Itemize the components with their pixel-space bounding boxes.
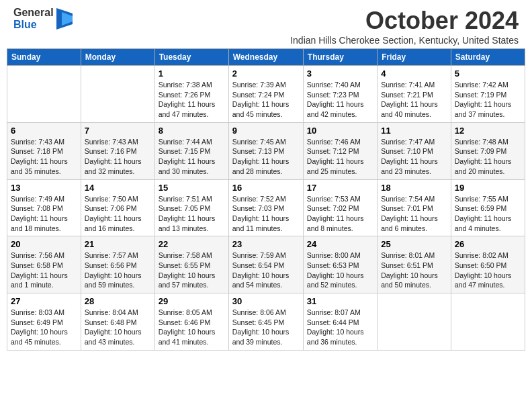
day-info: Sunrise: 7:49 AMSunset: 7:08 PMDaylight:… xyxy=(11,194,77,234)
calendar-day-cell: 24Sunrise: 8:00 AMSunset: 6:53 PMDayligh… xyxy=(303,236,377,293)
day-number: 26 xyxy=(455,239,521,249)
calendar-day-cell xyxy=(378,293,451,351)
month-title: October 2024 xyxy=(290,7,519,35)
logo: General Blue xyxy=(13,7,73,30)
calendar-header-row: SundayMondayTuesdayWednesdayThursdayFrid… xyxy=(7,49,525,66)
day-info: Sunrise: 7:58 AMSunset: 6:55 PMDaylight:… xyxy=(159,250,225,290)
calendar-day-cell: 2Sunrise: 7:39 AMSunset: 7:24 PMDaylight… xyxy=(228,66,303,123)
calendar-day-cell xyxy=(7,66,81,123)
day-info: Sunrise: 7:57 AMSunset: 6:56 PMDaylight:… xyxy=(85,250,151,290)
day-info: Sunrise: 7:45 AMSunset: 7:13 PMDaylight:… xyxy=(232,137,300,177)
calendar-week-row: 20Sunrise: 7:56 AMSunset: 6:58 PMDayligh… xyxy=(7,236,525,293)
calendar-day-cell: 23Sunrise: 7:59 AMSunset: 6:54 PMDayligh… xyxy=(228,236,303,293)
calendar-day-cell: 14Sunrise: 7:50 AMSunset: 7:06 PMDayligh… xyxy=(81,179,154,236)
calendar-day-header: Monday xyxy=(81,49,154,66)
day-info: Sunrise: 8:04 AMSunset: 6:48 PMDaylight:… xyxy=(85,308,151,347)
day-number: 6 xyxy=(11,126,77,136)
day-info: Sunrise: 7:53 AMSunset: 7:02 PMDaylight:… xyxy=(307,194,373,234)
calendar-week-row: 13Sunrise: 7:49 AMSunset: 7:08 PMDayligh… xyxy=(7,179,525,236)
logo-general-text: General xyxy=(13,7,54,19)
calendar-day-cell: 4Sunrise: 7:41 AMSunset: 7:21 PMDaylight… xyxy=(378,66,451,123)
calendar-day-cell: 17Sunrise: 7:53 AMSunset: 7:02 PMDayligh… xyxy=(303,179,377,236)
day-info: Sunrise: 7:46 AMSunset: 7:12 PMDaylight:… xyxy=(307,137,373,177)
day-number: 21 xyxy=(85,239,151,249)
day-info: Sunrise: 8:07 AMSunset: 6:44 PMDaylight:… xyxy=(307,308,373,347)
day-number: 25 xyxy=(381,239,447,249)
day-number: 8 xyxy=(159,126,225,136)
calendar-day-cell: 9Sunrise: 7:45 AMSunset: 7:13 PMDaylight… xyxy=(228,122,303,179)
day-number: 16 xyxy=(232,183,300,193)
day-info: Sunrise: 7:43 AMSunset: 7:16 PMDaylight:… xyxy=(85,137,151,177)
calendar-day-cell: 7Sunrise: 7:43 AMSunset: 7:16 PMDaylight… xyxy=(81,122,154,179)
day-info: Sunrise: 8:06 AMSunset: 6:45 PMDaylight:… xyxy=(232,308,300,347)
calendar-day-header: Tuesday xyxy=(154,49,228,66)
day-number: 7 xyxy=(85,126,151,136)
day-info: Sunrise: 7:43 AMSunset: 7:18 PMDaylight:… xyxy=(11,137,77,177)
day-info: Sunrise: 7:54 AMSunset: 7:01 PMDaylight:… xyxy=(381,194,447,234)
day-info: Sunrise: 7:48 AMSunset: 7:09 PMDaylight:… xyxy=(455,137,521,177)
calendar-day-cell: 19Sunrise: 7:55 AMSunset: 6:59 PMDayligh… xyxy=(451,179,525,236)
day-number: 19 xyxy=(455,183,521,193)
day-number: 5 xyxy=(455,68,521,79)
day-number: 15 xyxy=(159,183,225,193)
day-number: 30 xyxy=(232,296,300,306)
day-info: Sunrise: 7:44 AMSunset: 7:15 PMDaylight:… xyxy=(159,137,225,177)
calendar-day-cell: 8Sunrise: 7:44 AMSunset: 7:15 PMDaylight… xyxy=(154,122,228,179)
calendar-day-cell: 6Sunrise: 7:43 AMSunset: 7:18 PMDaylight… xyxy=(7,122,81,179)
day-info: Sunrise: 7:40 AMSunset: 7:23 PMDaylight:… xyxy=(307,80,373,120)
day-number: 11 xyxy=(381,126,447,136)
location-title: Indian Hills Cherokee Section, Kentucky,… xyxy=(290,35,519,46)
day-number: 13 xyxy=(11,183,77,193)
day-number: 2 xyxy=(232,68,300,79)
day-info: Sunrise: 7:50 AMSunset: 7:06 PMDaylight:… xyxy=(85,194,151,234)
day-number: 28 xyxy=(85,296,151,306)
day-info: Sunrise: 8:05 AMSunset: 6:46 PMDaylight:… xyxy=(159,308,225,347)
day-info: Sunrise: 7:42 AMSunset: 7:19 PMDaylight:… xyxy=(455,80,521,120)
day-number: 3 xyxy=(307,68,373,79)
calendar-day-cell: 11Sunrise: 7:47 AMSunset: 7:10 PMDayligh… xyxy=(378,122,451,179)
day-info: Sunrise: 7:56 AMSunset: 6:58 PMDaylight:… xyxy=(11,250,77,290)
day-number: 24 xyxy=(307,239,373,249)
day-number: 10 xyxy=(307,126,373,136)
calendar-day-header: Friday xyxy=(378,49,451,66)
calendar-day-cell: 25Sunrise: 8:01 AMSunset: 6:51 PMDayligh… xyxy=(378,236,451,293)
day-info: Sunrise: 7:38 AMSunset: 7:26 PMDaylight:… xyxy=(159,80,225,120)
day-number: 1 xyxy=(159,68,225,79)
calendar-day-cell: 15Sunrise: 7:51 AMSunset: 7:05 PMDayligh… xyxy=(154,179,228,236)
calendar-day-header: Wednesday xyxy=(228,49,303,66)
day-number: 9 xyxy=(232,126,300,136)
title-block: October 2024 Indian Hills Cherokee Secti… xyxy=(290,7,519,46)
calendar-day-header: Sunday xyxy=(7,49,81,66)
calendar-day-cell: 12Sunrise: 7:48 AMSunset: 7:09 PMDayligh… xyxy=(451,122,525,179)
day-number: 4 xyxy=(381,68,447,79)
calendar-day-cell: 5Sunrise: 7:42 AMSunset: 7:19 PMDaylight… xyxy=(451,66,525,123)
calendar-day-header: Thursday xyxy=(303,49,377,66)
day-info: Sunrise: 7:55 AMSunset: 6:59 PMDaylight:… xyxy=(455,194,521,234)
day-number: 22 xyxy=(159,239,225,249)
day-info: Sunrise: 8:03 AMSunset: 6:49 PMDaylight:… xyxy=(11,308,77,347)
page-header: General Blue October 2024 Indian Hills C… xyxy=(7,7,525,46)
day-info: Sunrise: 7:39 AMSunset: 7:24 PMDaylight:… xyxy=(232,80,300,120)
day-number: 31 xyxy=(307,296,373,306)
day-number: 20 xyxy=(11,239,77,249)
calendar-week-row: 27Sunrise: 8:03 AMSunset: 6:49 PMDayligh… xyxy=(7,293,525,351)
day-info: Sunrise: 7:41 AMSunset: 7:21 PMDaylight:… xyxy=(381,80,447,120)
logo-icon xyxy=(56,8,73,30)
calendar-day-cell: 21Sunrise: 7:57 AMSunset: 6:56 PMDayligh… xyxy=(81,236,154,293)
day-number: 14 xyxy=(85,183,151,193)
calendar-day-cell: 18Sunrise: 7:54 AMSunset: 7:01 PMDayligh… xyxy=(378,179,451,236)
calendar-week-row: 6Sunrise: 7:43 AMSunset: 7:18 PMDaylight… xyxy=(7,122,525,179)
day-info: Sunrise: 8:01 AMSunset: 6:51 PMDaylight:… xyxy=(381,250,447,290)
calendar-day-cell: 3Sunrise: 7:40 AMSunset: 7:23 PMDaylight… xyxy=(303,66,377,123)
day-number: 27 xyxy=(11,296,77,306)
calendar-day-cell: 31Sunrise: 8:07 AMSunset: 6:44 PMDayligh… xyxy=(303,293,377,351)
calendar-day-cell: 28Sunrise: 8:04 AMSunset: 6:48 PMDayligh… xyxy=(81,293,154,351)
day-info: Sunrise: 7:59 AMSunset: 6:54 PMDaylight:… xyxy=(232,250,300,290)
calendar-day-cell: 13Sunrise: 7:49 AMSunset: 7:08 PMDayligh… xyxy=(7,179,81,236)
calendar-day-cell: 30Sunrise: 8:06 AMSunset: 6:45 PMDayligh… xyxy=(228,293,303,351)
day-number: 18 xyxy=(381,183,447,193)
day-info: Sunrise: 7:51 AMSunset: 7:05 PMDaylight:… xyxy=(159,194,225,234)
day-info: Sunrise: 7:52 AMSunset: 7:03 PMDaylight:… xyxy=(232,194,300,234)
calendar-day-cell: 22Sunrise: 7:58 AMSunset: 6:55 PMDayligh… xyxy=(154,236,228,293)
day-info: Sunrise: 7:47 AMSunset: 7:10 PMDaylight:… xyxy=(381,137,447,177)
